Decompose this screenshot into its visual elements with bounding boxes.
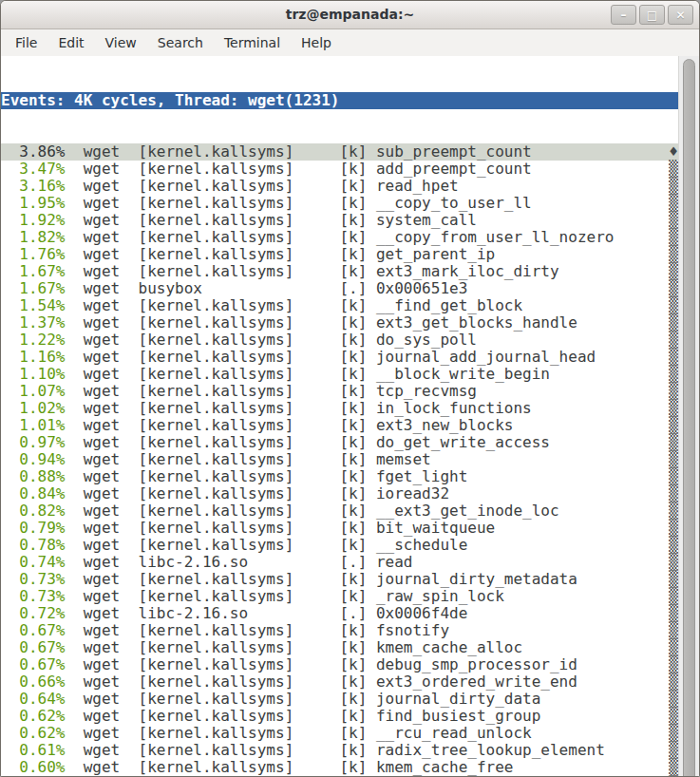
perf-row[interactable]: 3.86% wget [kernel.kallsyms] [k] sub_pre… — [1, 143, 678, 161]
row-text: wget [kernel.kallsyms] [k] __copy_from_u… — [65, 228, 669, 246]
perf-row[interactable]: 0.67% wget [kernel.kallsyms] [k] kmem_ca… — [1, 639, 678, 656]
row-text: wget [kernel.kallsyms] [k] __ext3_get_in… — [65, 502, 669, 520]
overhead-percent: 0.67% — [1, 655, 65, 673]
perf-row[interactable]: 0.61% wget [kernel.kallsyms] [k] radix_t… — [1, 742, 678, 759]
scroll-indicator-block: ▒ — [669, 587, 678, 605]
menu-item-search[interactable]: Search — [147, 31, 214, 54]
perf-row[interactable]: 1.67% wget [kernel.kallsyms] [k] ext3_ma… — [1, 263, 678, 280]
menu-item-edit[interactable]: Edit — [47, 31, 94, 54]
scrollbar[interactable] — [678, 56, 699, 777]
scroll-indicator-block: ▒ — [669, 536, 678, 554]
menu-item-view[interactable]: View — [95, 31, 147, 54]
row-text: wget [kernel.kallsyms] [k] ioread32 — [65, 484, 669, 502]
scroll-indicator-block: ▒ — [669, 621, 678, 639]
perf-row[interactable]: 1.22% wget [kernel.kallsyms] [k] do_sys_… — [1, 332, 678, 349]
overhead-percent: 0.82% — [1, 502, 65, 520]
perf-row[interactable]: 0.84% wget [kernel.kallsyms] [k] ioread3… — [1, 485, 678, 502]
minimize-button[interactable]: – — [611, 5, 636, 25]
scroll-indicator-block: ▒ — [669, 399, 678, 417]
scroll-indicator-block: ▒ — [669, 160, 678, 178]
close-button[interactable]: ✕ — [668, 5, 693, 25]
scroll-indicator-block: ▒ — [669, 194, 678, 212]
perf-row[interactable]: 0.67% wget [kernel.kallsyms] [k] fsnotif… — [1, 622, 678, 639]
perf-row[interactable]: 0.73% wget [kernel.kallsyms] [k] journal… — [1, 571, 678, 588]
perf-row[interactable]: 0.66% wget [kernel.kallsyms] [k] ext3_or… — [1, 673, 678, 691]
perf-row[interactable]: 1.02% wget [kernel.kallsyms] [k] in_lock… — [1, 400, 678, 417]
menu-item-terminal[interactable]: Terminal — [214, 31, 291, 54]
perf-row[interactable]: 1.10% wget [kernel.kallsyms] [k] __block… — [1, 366, 678, 383]
overhead-percent: 0.97% — [1, 433, 65, 451]
row-text: wget [kernel.kallsyms] [k] journal_add_j… — [65, 348, 669, 366]
perf-row[interactable]: 0.88% wget [kernel.kallsyms] [k] fget_li… — [1, 468, 678, 485]
perf-row[interactable]: 0.94% wget [kernel.kallsyms] [k] memset … — [1, 451, 678, 468]
perf-row[interactable]: 0.73% wget [kernel.kallsyms] [k] _raw_sp… — [1, 588, 678, 605]
perf-row[interactable]: 3.47% wget [kernel.kallsyms] [k] add_pre… — [1, 161, 678, 178]
perf-row[interactable]: 1.54% wget [kernel.kallsyms] [k] __find_… — [1, 297, 678, 314]
perf-row[interactable]: 0.60% wget [kernel.kallsyms] [k] kmem_ca… — [1, 759, 678, 776]
overhead-percent: 1.82% — [1, 228, 65, 246]
perf-row[interactable]: 0.67% wget [kernel.kallsyms] [k] debug_s… — [1, 656, 678, 673]
perf-events-header: Events: 4K cycles, Thread: wget(1231) — [1, 92, 678, 109]
overhead-percent: 1.22% — [1, 331, 65, 349]
scroll-indicator-block: ▒ — [669, 604, 678, 622]
row-text: wget [kernel.kallsyms] [k] find_busiest_… — [65, 707, 669, 725]
scrollbar-thumb[interactable] — [683, 59, 695, 777]
perf-row[interactable]: 1.67% wget busybox [.] 0x000651e3 ▒ — [1, 280, 678, 297]
perf-row[interactable]: 1.07% wget [kernel.kallsyms] [k] tcp_rec… — [1, 383, 678, 400]
scroll-indicator-block: ▒ — [669, 741, 678, 759]
perf-row[interactable]: 1.82% wget [kernel.kallsyms] [k] __copy_… — [1, 229, 678, 246]
minimize-icon: – — [621, 9, 627, 22]
menu-bar: FileEditViewSearchTerminalHelp — [1, 29, 699, 56]
menu-item-help[interactable]: Help — [291, 31, 342, 54]
row-text: wget [kernel.kallsyms] [k] get_parent_ip — [65, 245, 669, 263]
scroll-indicator-block: ▒ — [669, 450, 678, 468]
overhead-percent: 3.16% — [1, 177, 65, 195]
perf-row[interactable]: 1.01% wget [kernel.kallsyms] [k] ext3_ne… — [1, 417, 678, 434]
perf-row[interactable]: 0.62% wget [kernel.kallsyms] [k] __rcu_r… — [1, 725, 678, 742]
scroll-indicator-block: ▒ — [669, 570, 678, 588]
title-bar[interactable]: trz@empanada:~ – □ ✕ — [1, 1, 699, 29]
perf-row[interactable]: 1.16% wget [kernel.kallsyms] [k] journal… — [1, 349, 678, 366]
scroll-indicator-block: ▒ — [669, 638, 678, 656]
window-title: trz@empanada:~ — [1, 7, 699, 22]
overhead-percent: 3.47% — [1, 160, 65, 178]
terminal-content[interactable]: Events: 4K cycles, Thread: wget(1231) 3.… — [1, 56, 678, 777]
perf-row[interactable]: 3.16% wget [kernel.kallsyms] [k] read_hp… — [1, 178, 678, 195]
window-controls: – □ ✕ — [611, 5, 693, 25]
scroll-indicator-block: ▒ — [669, 673, 678, 691]
maximize-button[interactable]: □ — [639, 5, 665, 25]
perf-row[interactable]: 0.62% wget [kernel.kallsyms] [k] find_bu… — [1, 708, 678, 725]
row-text: wget busybox [.] 0x000651e3 — [65, 279, 669, 297]
scroll-indicator-block: ▒ — [669, 724, 678, 742]
scroll-indicator-block: ▒ — [669, 382, 678, 400]
perf-row[interactable]: 1.37% wget [kernel.kallsyms] [k] ext3_ge… — [1, 314, 678, 332]
overhead-percent: 1.01% — [1, 416, 65, 434]
overhead-percent: 1.67% — [1, 262, 65, 280]
row-text: wget [kernel.kallsyms] [k] memset — [65, 450, 669, 468]
perf-row[interactable]: 0.72% wget libc-2.16.so [.] 0x0006f4de ▒ — [1, 605, 678, 622]
row-text: wget [kernel.kallsyms] [k] __block_write… — [65, 365, 669, 383]
scroll-indicator-block: ▒ — [669, 262, 678, 280]
scroll-indicator-block: ▒ — [669, 758, 678, 776]
perf-row[interactable]: 0.74% wget libc-2.16.so [.] read ▒ — [1, 554, 678, 571]
perf-row[interactable]: 1.92% wget [kernel.kallsyms] [k] system_… — [1, 212, 678, 229]
row-text: wget [kernel.kallsyms] [k] journal_dirty… — [65, 570, 669, 588]
perf-row[interactable]: 0.64% wget [kernel.kallsyms] [k] journal… — [1, 691, 678, 708]
perf-row[interactable]: 1.76% wget [kernel.kallsyms] [k] get_par… — [1, 246, 678, 263]
row-text: wget [kernel.kallsyms] [k] journal_dirty… — [65, 690, 669, 708]
overhead-percent: 0.73% — [1, 587, 65, 605]
row-text: wget [kernel.kallsyms] [k] bit_waitqueue — [65, 519, 669, 537]
perf-row[interactable]: 0.97% wget [kernel.kallsyms] [k] do_get_… — [1, 434, 678, 451]
perf-row[interactable]: 0.82% wget [kernel.kallsyms] [k] __ext3_… — [1, 502, 678, 520]
perf-row[interactable]: 1.95% wget [kernel.kallsyms] [k] __copy_… — [1, 195, 678, 212]
overhead-percent: 1.54% — [1, 296, 65, 314]
overhead-percent: 0.62% — [1, 724, 65, 742]
overhead-percent: 0.64% — [1, 690, 65, 708]
scroll-indicator-block: ▒ — [669, 707, 678, 725]
menu-item-file[interactable]: File — [5, 31, 47, 54]
row-text: wget [kernel.kallsyms] [k] ext3_get_bloc… — [65, 313, 669, 332]
perf-row[interactable]: 0.79% wget [kernel.kallsyms] [k] bit_wai… — [1, 520, 678, 537]
scroll-indicator-block: ▒ — [669, 690, 678, 708]
perf-row[interactable]: 0.78% wget [kernel.kallsyms] [k] __sched… — [1, 537, 678, 554]
row-text: wget [kernel.kallsyms] [k] __schedule — [65, 536, 669, 554]
